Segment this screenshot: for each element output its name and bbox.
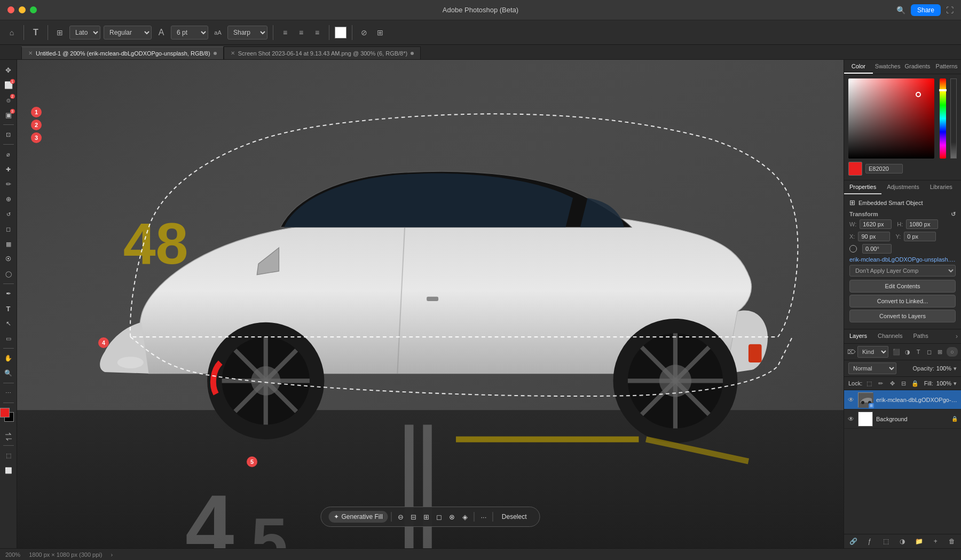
resize-icon[interactable]: aA [211, 26, 224, 39]
tab-0[interactable]: ✕ Untitled-1 @ 200% (erik-mclean-dbLgODX… [21, 46, 224, 59]
more-options-icon[interactable]: ··· [478, 511, 490, 523]
font-size-select[interactable]: 6 pt [171, 26, 208, 40]
smart-filter-icon[interactable]: ⊞ [935, 347, 944, 357]
new-group-icon[interactable]: 📁 [914, 537, 924, 546]
collapse-layers-icon[interactable]: › [952, 329, 961, 343]
gradient-tool[interactable]: ▦ [2, 237, 15, 251]
text-color-box[interactable] [335, 27, 346, 38]
align-center-icon[interactable]: ≡ [295, 26, 308, 39]
lock-artboards-icon[interactable]: ⊟ [899, 378, 908, 388]
dodge-tool[interactable]: ◯ [2, 267, 15, 281]
convert-layers-button[interactable]: Convert to Layers [849, 310, 956, 322]
color-gradient-area[interactable] [848, 78, 934, 159]
feather-icon[interactable]: ◻ [434, 511, 445, 523]
lock-image-icon[interactable]: ✏ [876, 378, 885, 388]
arrow-icon[interactable]: › [111, 551, 113, 558]
lock-pixels-icon[interactable]: ⬚ [864, 378, 873, 388]
angle-input[interactable] [862, 244, 892, 254]
color-cursor[interactable] [916, 92, 921, 97]
lock-position-icon[interactable]: ✥ [887, 378, 896, 388]
opacity-bar[interactable] [950, 78, 957, 159]
tab-channels[interactable]: Channels [872, 329, 908, 343]
zoom-level[interactable]: 200% [5, 551, 20, 558]
mask-icon[interactable]: ⊗ [446, 511, 458, 523]
add-mask-icon[interactable]: ⬚ [881, 537, 891, 546]
lock-all-icon[interactable]: 🔒 [910, 378, 919, 388]
convert-linked-button[interactable]: Convert to Linked... [849, 295, 956, 307]
new-layer-icon[interactable]: + [931, 537, 940, 546]
blur-tool[interactable]: ⦿ [2, 252, 15, 266]
tab-adjustments[interactable]: Adjustments [881, 180, 925, 194]
tab-patterns[interactable]: Patterns [932, 60, 961, 74]
intersect-icon[interactable]: ⊟ [408, 511, 420, 523]
tab-color[interactable]: Color [844, 60, 873, 74]
more-tools[interactable]: ⋯ [2, 386, 15, 400]
close-button[interactable] [7, 6, 14, 13]
filter-toggle[interactable]: ○ [947, 347, 958, 357]
path-select-tool[interactable]: ↖ [2, 317, 15, 330]
mask-mode[interactable]: ⬜ [2, 463, 15, 477]
fill-arrow[interactable]: ▾ [954, 380, 957, 387]
active-color-swatch[interactable] [848, 162, 862, 176]
select-rect-tool[interactable]: ⬜ 1 [2, 78, 15, 92]
tab-libraries[interactable]: Libraries [925, 180, 958, 194]
subtract-icon[interactable]: ⊖ [395, 511, 407, 523]
deselect-button[interactable]: Deselect [497, 511, 532, 523]
x-input[interactable] [858, 232, 890, 241]
type-tool-icon[interactable]: T [29, 26, 42, 39]
eraser-tool[interactable]: ◻ [2, 222, 15, 236]
align-right-icon[interactable]: ≡ [311, 26, 324, 39]
align-icon[interactable]: ⊞ [53, 26, 66, 39]
tab-swatches[interactable]: Swatches [873, 60, 903, 74]
font-style-select[interactable]: Regular [104, 26, 152, 40]
clone-tool[interactable]: ⊕ [2, 192, 15, 206]
filter-type-select[interactable]: Kind [857, 346, 888, 358]
hue-cursor[interactable] [939, 89, 947, 91]
hex-input[interactable] [865, 164, 903, 173]
brush-tool[interactable]: ✏ [2, 177, 15, 191]
lasso-tool[interactable]: ⌾ 2 [2, 93, 15, 107]
blend-mode-select[interactable]: Normal [848, 362, 896, 374]
tab-close-0[interactable]: ✕ [28, 50, 33, 56]
edit-contents-button[interactable]: Edit Contents [849, 280, 956, 293]
minimize-button[interactable] [19, 6, 26, 13]
width-input[interactable] [860, 219, 892, 229]
fullscreen-button[interactable] [30, 6, 37, 13]
collapse-props-icon[interactable]: › [958, 180, 961, 194]
expand-icon[interactable]: ⛶ [946, 6, 954, 14]
history-brush-tool[interactable]: ↺ [2, 207, 15, 221]
hue-bar[interactable] [940, 78, 946, 159]
transform-icon[interactable]: ⊞ [421, 511, 432, 523]
link-layers-icon[interactable]: 🔗 [848, 537, 858, 546]
canvas-area[interactable]: 48 4 [17, 60, 844, 548]
foreground-color[interactable] [0, 408, 10, 417]
move-tool[interactable]: ✥ [2, 63, 15, 77]
anti-alias-select[interactable]: Sharp [227, 26, 267, 40]
delete-layer-icon[interactable]: 🗑 [947, 537, 957, 546]
zoom-tool[interactable]: 🔍 [2, 366, 15, 380]
pen-tool[interactable]: ✒ [2, 287, 15, 301]
search-icon[interactable]: 🔍 [896, 6, 905, 14]
font-family-select[interactable]: Lato [69, 26, 100, 40]
tab-1[interactable]: ✕ Screen Shot 2023-06-14 at 9.13.43 AM.p… [224, 46, 421, 59]
share-button[interactable]: Share [911, 4, 941, 16]
layer-comp-select[interactable]: Don't Apply Layer Comp [849, 265, 956, 277]
tab-gradients[interactable]: Gradients [903, 60, 933, 74]
generative-fill-button[interactable]: ✦ Generative Fill [328, 511, 388, 523]
layer-vis-0[interactable]: 👁 [847, 396, 855, 404]
shape-tool[interactable]: ▭ [2, 332, 15, 345]
transform-reset-icon[interactable]: ↺ [951, 211, 956, 218]
layer-item-1[interactable]: 👁 Background 🔒 [844, 409, 961, 429]
y-input[interactable] [904, 232, 936, 241]
quick-select-tool[interactable]: ▣ 3 [2, 108, 15, 122]
shape-filter-icon[interactable]: ◻ [925, 347, 934, 357]
type-filter-icon[interactable]: T [913, 347, 923, 357]
opacity-arrow[interactable]: ▾ [954, 365, 957, 372]
tab-properties[interactable]: Properties [844, 180, 881, 194]
add-style-icon[interactable]: ƒ [865, 537, 875, 546]
new-adjustment-icon[interactable]: ◑ [897, 537, 907, 546]
swap-colors[interactable] [4, 432, 13, 443]
align-left-icon[interactable]: ≡ [279, 26, 292, 39]
layer-item-0[interactable]: 👁 ⊞ [844, 390, 961, 409]
crop-tool[interactable]: ⊡ [2, 128, 15, 141]
